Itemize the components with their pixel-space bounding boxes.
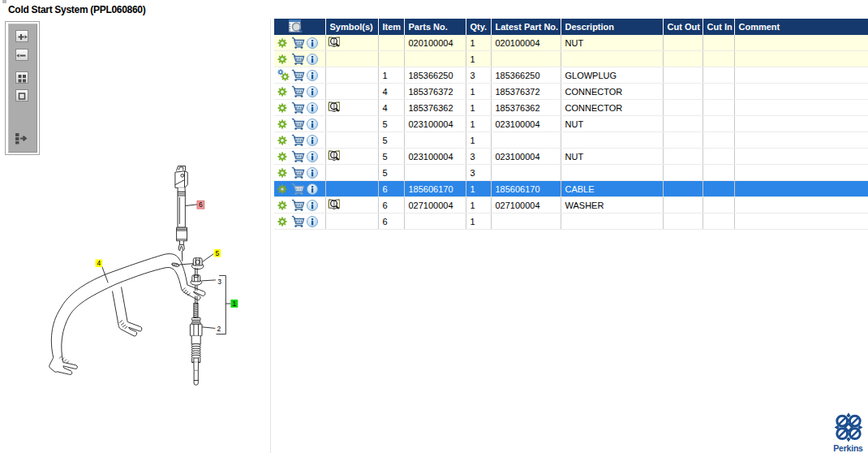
- svg-text:1: 1: [232, 300, 236, 308]
- svg-text:3: 3: [217, 278, 221, 286]
- svg-text:4: 4: [97, 259, 101, 267]
- svg-text:2: 2: [217, 325, 221, 333]
- svg-text:Perkins: Perkins: [833, 443, 863, 453]
- svg-text:5: 5: [216, 249, 220, 257]
- svg-text:6: 6: [199, 201, 203, 209]
